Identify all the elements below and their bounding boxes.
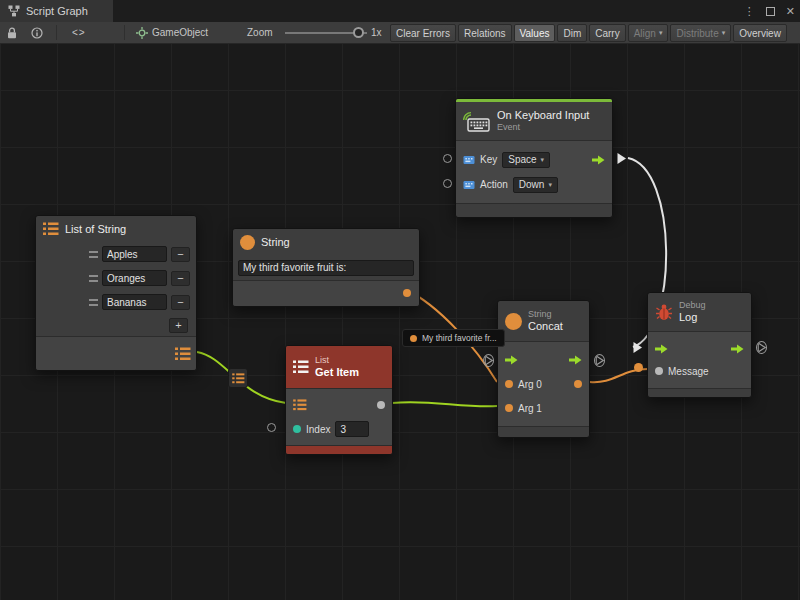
message-input-port[interactable] <box>655 367 663 375</box>
string-preview-text: My third favorite fr... <box>422 333 497 343</box>
add-item-row: + <box>36 314 196 336</box>
index-port[interactable] <box>293 425 301 433</box>
unconnected-flow-triangle <box>483 354 494 367</box>
drag-handle-icon[interactable] <box>89 299 98 306</box>
list-icon <box>293 360 309 374</box>
graph-icon <box>8 5 20 17</box>
lock-button[interactable] <box>7 22 17 43</box>
index-unconnected-port[interactable] <box>267 423 276 432</box>
breadcrumb[interactable]: GameObject <box>152 22 208 43</box>
tab-title: Script Graph <box>26 5 88 17</box>
index-input[interactable] <box>335 421 369 437</box>
action-row: Action Down ▾ <box>456 172 612 197</box>
message-label: Message <box>668 366 709 377</box>
key-type-icon <box>463 155 475 165</box>
item-output-port[interactable] <box>377 401 385 409</box>
zoom-slider-handle[interactable] <box>353 27 364 38</box>
window-titlebar: Script Graph ⋮ ✕ <box>0 0 800 22</box>
list-item-row: − <box>36 242 196 266</box>
node-get-item[interactable]: List Get Item Index <box>285 345 393 455</box>
flow-output-port[interactable] <box>592 155 605 165</box>
window-close-icon[interactable]: ✕ <box>786 5 795 18</box>
index-label: Index <box>306 424 330 435</box>
node-log[interactable]: Debug Log Message <box>647 292 752 398</box>
list-output-port[interactable] <box>175 347 191 361</box>
string-type-icon <box>240 235 255 250</box>
unconnected-flow-triangle <box>756 341 767 354</box>
distribute-button: Distribute▾ <box>670 24 731 42</box>
list-port-row <box>286 393 392 417</box>
node-list-of-string[interactable]: List of String − − − + <box>35 215 197 371</box>
toolbar-separator <box>56 25 57 40</box>
info-button[interactable] <box>31 22 43 43</box>
node-header: On Keyboard Input Event <box>456 102 612 140</box>
arg0-row: Arg 0 <box>498 372 589 396</box>
flow-input-port[interactable] <box>505 355 518 365</box>
list-input-port[interactable] <box>293 399 307 411</box>
key-dropdown[interactable]: Space ▾ <box>502 152 550 168</box>
lock-icon <box>7 27 17 39</box>
remove-item-button[interactable]: − <box>171 271 190 286</box>
action-dropdown[interactable]: Down ▾ <box>513 177 558 193</box>
key-dropdown-value: Space <box>508 154 536 165</box>
node-header: List of String <box>36 216 196 242</box>
remove-item-button[interactable]: − <box>171 247 190 262</box>
node-title: String <box>261 236 290 248</box>
string-value-preview: My third favorite fr... <box>402 329 505 347</box>
node-title: On Keyboard Input <box>497 109 589 122</box>
node-title: List of String <box>65 223 126 235</box>
list-item-row: − <box>36 290 196 314</box>
remove-item-button[interactable]: − <box>171 295 190 310</box>
key-unconnected-port[interactable] <box>443 154 452 163</box>
dim-button[interactable]: Dim <box>557 24 587 42</box>
drag-handle-icon[interactable] <box>89 251 98 258</box>
action-unconnected-port[interactable] <box>443 179 452 188</box>
result-output-port[interactable] <box>574 380 582 388</box>
unconnected-flow-triangle <box>594 354 605 367</box>
node-on-keyboard-input[interactable]: On Keyboard Input Event Key Space ▾ Acti… <box>455 98 613 218</box>
carry-button[interactable]: Carry <box>589 24 625 42</box>
clear-errors-button[interactable]: Clear Errors <box>390 24 456 42</box>
toolbar-separator <box>124 25 125 40</box>
connected-flow-triangle <box>632 341 643 354</box>
message-row: Message <box>648 360 751 382</box>
action-dropdown-value: Down <box>519 179 545 190</box>
list-icon <box>232 373 245 384</box>
code-view-button[interactable]: <> <box>72 22 86 43</box>
tab-script-graph[interactable]: Script Graph <box>0 0 113 22</box>
list-item-input[interactable] <box>102 294 167 310</box>
flow-input-port[interactable] <box>655 344 668 354</box>
bug-icon <box>655 303 673 321</box>
list-item-input[interactable] <box>102 246 167 262</box>
list-item-input[interactable] <box>102 270 167 286</box>
relations-button[interactable]: Relations <box>458 24 512 42</box>
node-string-literal[interactable]: String <box>232 228 420 307</box>
arg1-row: Arg 1 <box>498 396 589 420</box>
values-button[interactable]: Values <box>514 24 556 42</box>
overview-button[interactable]: Overview <box>733 24 787 42</box>
add-item-button[interactable]: + <box>169 318 188 333</box>
node-header: List Get Item <box>286 346 392 388</box>
window-restore-icon[interactable] <box>766 7 775 16</box>
flow-row <box>498 348 589 372</box>
list-item-row: − <box>36 266 196 290</box>
drag-handle-icon[interactable] <box>89 275 98 282</box>
zoom-value: 1x <box>371 22 382 43</box>
arg1-label: Arg 1 <box>518 403 542 414</box>
string-value-dot <box>410 335 417 342</box>
node-header: Debug Log <box>648 293 751 331</box>
node-footer <box>286 446 392 454</box>
concat-value-dot <box>634 363 643 372</box>
node-concat[interactable]: String Concat Arg 0 Arg 1 <box>497 300 590 438</box>
string-value-input[interactable] <box>238 260 414 276</box>
arg1-input-port[interactable] <box>505 404 513 412</box>
zoom-label: Zoom <box>247 22 273 43</box>
string-type-icon <box>505 313 522 330</box>
info-icon <box>31 27 43 39</box>
flow-output-port[interactable] <box>569 355 582 365</box>
arg0-input-port[interactable] <box>505 380 513 388</box>
string-output-port[interactable] <box>403 289 411 297</box>
flow-output-port[interactable] <box>731 344 744 354</box>
window-menu-icon[interactable]: ⋮ <box>744 5 755 18</box>
string-value-row <box>233 255 419 280</box>
